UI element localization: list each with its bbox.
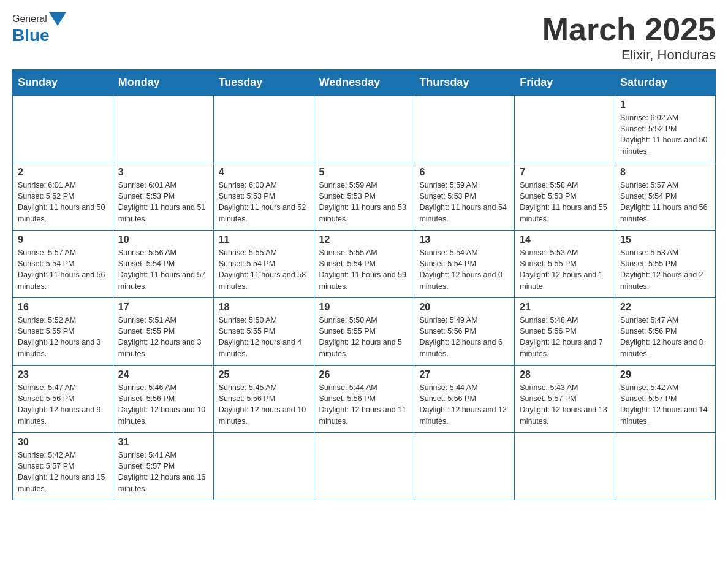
day-number: 29 xyxy=(620,369,710,380)
day-number: 23 xyxy=(18,369,108,380)
day-info: Sunrise: 5:42 AM Sunset: 5:57 PM Dayligh… xyxy=(620,382,710,427)
weekday-friday: Friday xyxy=(515,70,615,96)
day-info: Sunrise: 5:59 AM Sunset: 5:53 PM Dayligh… xyxy=(319,180,409,224)
day-info: Sunrise: 5:54 AM Sunset: 5:54 PM Dayligh… xyxy=(419,247,509,292)
week-row-4: 23Sunrise: 5:47 AM Sunset: 5:56 PM Dayli… xyxy=(13,366,716,433)
calendar-cell: 10Sunrise: 5:56 AM Sunset: 5:54 PM Dayli… xyxy=(113,231,213,298)
day-number: 21 xyxy=(520,302,610,313)
day-number: 13 xyxy=(419,234,509,245)
day-number: 2 xyxy=(18,167,108,178)
calendar-cell xyxy=(314,96,414,163)
calendar-cell: 29Sunrise: 5:42 AM Sunset: 5:57 PM Dayli… xyxy=(615,366,716,433)
day-number: 24 xyxy=(118,369,208,380)
calendar-cell: 4Sunrise: 6:00 AM Sunset: 5:53 PM Daylig… xyxy=(213,163,314,231)
day-info: Sunrise: 6:01 AM Sunset: 5:53 PM Dayligh… xyxy=(118,180,208,224)
calendar-cell: 27Sunrise: 5:44 AM Sunset: 5:56 PM Dayli… xyxy=(414,366,515,433)
day-info: Sunrise: 5:53 AM Sunset: 5:55 PM Dayligh… xyxy=(620,247,710,292)
day-number: 6 xyxy=(419,167,509,178)
day-number: 5 xyxy=(319,167,409,178)
day-info: Sunrise: 5:52 AM Sunset: 5:55 PM Dayligh… xyxy=(18,315,108,359)
weekday-header-row: SundayMondayTuesdayWednesdayThursdayFrid… xyxy=(13,70,716,96)
calendar-cell: 24Sunrise: 5:46 AM Sunset: 5:56 PM Dayli… xyxy=(113,366,213,433)
logo-general-text: General xyxy=(12,13,47,25)
day-number: 16 xyxy=(18,302,108,313)
calendar-table: SundayMondayTuesdayWednesdayThursdayFrid… xyxy=(12,69,716,500)
day-info: Sunrise: 6:01 AM Sunset: 5:52 PM Dayligh… xyxy=(18,180,108,224)
day-info: Sunrise: 5:49 AM Sunset: 5:56 PM Dayligh… xyxy=(419,315,509,359)
calendar-cell: 18Sunrise: 5:50 AM Sunset: 5:55 PM Dayli… xyxy=(213,298,314,366)
day-number: 14 xyxy=(520,234,610,245)
day-number: 7 xyxy=(520,167,610,178)
location-title: Elixir, Honduras xyxy=(542,47,716,63)
calendar-cell xyxy=(515,96,615,163)
calendar-cell xyxy=(615,433,716,500)
day-info: Sunrise: 6:02 AM Sunset: 5:52 PM Dayligh… xyxy=(620,112,710,157)
day-info: Sunrise: 6:00 AM Sunset: 5:53 PM Dayligh… xyxy=(219,180,309,224)
day-info: Sunrise: 5:48 AM Sunset: 5:56 PM Dayligh… xyxy=(520,315,610,359)
calendar-cell: 22Sunrise: 5:47 AM Sunset: 5:56 PM Dayli… xyxy=(615,298,716,366)
day-info: Sunrise: 5:47 AM Sunset: 5:56 PM Dayligh… xyxy=(620,315,710,359)
calendar-cell: 28Sunrise: 5:43 AM Sunset: 5:57 PM Dayli… xyxy=(515,366,615,433)
calendar-cell: 9Sunrise: 5:57 AM Sunset: 5:54 PM Daylig… xyxy=(13,231,113,298)
day-number: 20 xyxy=(419,302,509,313)
calendar-cell xyxy=(213,96,314,163)
day-number: 4 xyxy=(219,167,309,178)
logo-blue-text: Blue xyxy=(12,26,50,45)
day-number: 31 xyxy=(118,437,208,448)
calendar-cell: 25Sunrise: 5:45 AM Sunset: 5:56 PM Dayli… xyxy=(213,366,314,433)
day-info: Sunrise: 5:53 AM Sunset: 5:55 PM Dayligh… xyxy=(520,247,610,292)
day-number: 1 xyxy=(620,99,710,110)
calendar-cell xyxy=(414,433,515,500)
day-number: 18 xyxy=(219,302,309,313)
day-info: Sunrise: 5:55 AM Sunset: 5:54 PM Dayligh… xyxy=(219,247,309,292)
header: General Blue March 2025 Elixir, Honduras xyxy=(12,12,716,63)
day-number: 8 xyxy=(620,167,710,178)
calendar-cell xyxy=(13,96,113,163)
calendar-cell: 23Sunrise: 5:47 AM Sunset: 5:56 PM Dayli… xyxy=(13,366,113,433)
calendar-cell: 7Sunrise: 5:58 AM Sunset: 5:53 PM Daylig… xyxy=(515,163,615,231)
calendar-cell: 14Sunrise: 5:53 AM Sunset: 5:55 PM Dayli… xyxy=(515,231,615,298)
day-number: 3 xyxy=(118,167,208,178)
calendar-cell: 21Sunrise: 5:48 AM Sunset: 5:56 PM Dayli… xyxy=(515,298,615,366)
calendar-cell: 5Sunrise: 5:59 AM Sunset: 5:53 PM Daylig… xyxy=(314,163,414,231)
weekday-tuesday: Tuesday xyxy=(213,70,314,96)
weekday-saturday: Saturday xyxy=(615,70,716,96)
calendar-cell: 2Sunrise: 6:01 AM Sunset: 5:52 PM Daylig… xyxy=(13,163,113,231)
calendar-cell: 30Sunrise: 5:42 AM Sunset: 5:57 PM Dayli… xyxy=(13,433,113,500)
day-info: Sunrise: 5:51 AM Sunset: 5:55 PM Dayligh… xyxy=(118,315,208,359)
week-row-2: 9Sunrise: 5:57 AM Sunset: 5:54 PM Daylig… xyxy=(13,231,716,298)
calendar-cell xyxy=(213,433,314,500)
day-number: 28 xyxy=(520,369,610,380)
week-row-5: 30Sunrise: 5:42 AM Sunset: 5:57 PM Dayli… xyxy=(13,433,716,500)
calendar-cell: 13Sunrise: 5:54 AM Sunset: 5:54 PM Dayli… xyxy=(414,231,515,298)
calendar-cell: 17Sunrise: 5:51 AM Sunset: 5:55 PM Dayli… xyxy=(113,298,213,366)
day-info: Sunrise: 5:43 AM Sunset: 5:57 PM Dayligh… xyxy=(520,382,610,427)
calendar-cell: 19Sunrise: 5:50 AM Sunset: 5:55 PM Dayli… xyxy=(314,298,414,366)
logo-triangle-icon xyxy=(49,12,66,26)
day-info: Sunrise: 5:42 AM Sunset: 5:57 PM Dayligh… xyxy=(18,450,108,494)
day-info: Sunrise: 5:44 AM Sunset: 5:56 PM Dayligh… xyxy=(419,382,509,427)
day-info: Sunrise: 5:46 AM Sunset: 5:56 PM Dayligh… xyxy=(118,382,208,427)
day-info: Sunrise: 5:44 AM Sunset: 5:56 PM Dayligh… xyxy=(319,382,409,427)
day-info: Sunrise: 5:41 AM Sunset: 5:57 PM Dayligh… xyxy=(118,450,208,494)
day-number: 19 xyxy=(319,302,409,313)
day-info: Sunrise: 5:56 AM Sunset: 5:54 PM Dayligh… xyxy=(118,247,208,292)
calendar-cell: 11Sunrise: 5:55 AM Sunset: 5:54 PM Dayli… xyxy=(213,231,314,298)
day-number: 27 xyxy=(419,369,509,380)
calendar-cell: 3Sunrise: 6:01 AM Sunset: 5:53 PM Daylig… xyxy=(113,163,213,231)
weekday-monday: Monday xyxy=(113,70,213,96)
calendar-cell xyxy=(314,433,414,500)
day-info: Sunrise: 5:50 AM Sunset: 5:55 PM Dayligh… xyxy=(219,315,309,359)
calendar-cell: 20Sunrise: 5:49 AM Sunset: 5:56 PM Dayli… xyxy=(414,298,515,366)
calendar-cell: 31Sunrise: 5:41 AM Sunset: 5:57 PM Dayli… xyxy=(113,433,213,500)
weekday-sunday: Sunday xyxy=(13,70,113,96)
day-info: Sunrise: 5:57 AM Sunset: 5:54 PM Dayligh… xyxy=(18,247,108,292)
calendar-cell: 8Sunrise: 5:57 AM Sunset: 5:54 PM Daylig… xyxy=(615,163,716,231)
day-number: 12 xyxy=(319,234,409,245)
calendar-cell: 12Sunrise: 5:55 AM Sunset: 5:54 PM Dayli… xyxy=(314,231,414,298)
day-info: Sunrise: 5:45 AM Sunset: 5:56 PM Dayligh… xyxy=(219,382,309,427)
day-number: 22 xyxy=(620,302,710,313)
day-info: Sunrise: 5:47 AM Sunset: 5:56 PM Dayligh… xyxy=(18,382,108,427)
day-number: 30 xyxy=(18,437,108,448)
day-number: 9 xyxy=(18,234,108,245)
